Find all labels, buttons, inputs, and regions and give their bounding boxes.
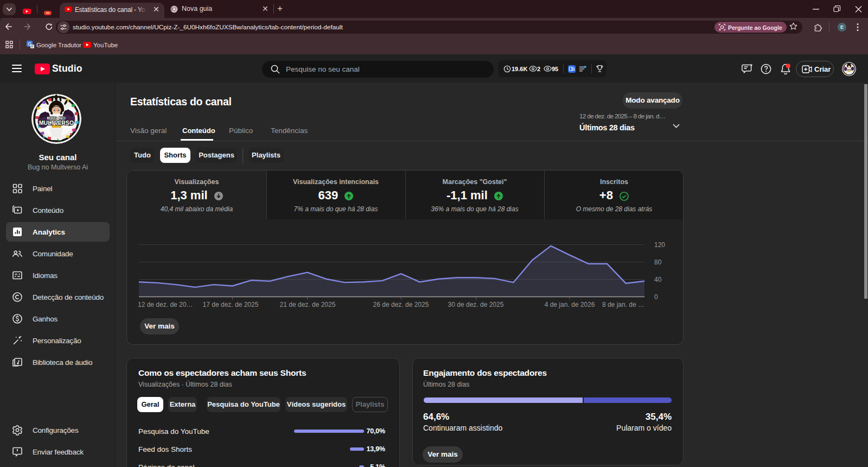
- svg-text:17 de dez. de 2025: 17 de dez. de 2025: [203, 301, 259, 308]
- svg-text:26 de dez. de 2025: 26 de dez. de 2025: [373, 301, 429, 308]
- svg-text:40: 40: [654, 276, 662, 283]
- svg-text:12 de dez. de 20…: 12 de dez. de 20…: [138, 301, 193, 308]
- svg-text:30 de dez. de 2025: 30 de dez. de 2025: [448, 301, 504, 308]
- svg-text:0: 0: [654, 293, 658, 301]
- svg-text:80: 80: [654, 258, 662, 266]
- svg-text:4 de jan. de 2026: 4 de jan. de 2026: [545, 301, 595, 308]
- svg-text:8 de jan. de …: 8 de jan. de …: [602, 301, 644, 308]
- svg-text:120: 120: [654, 241, 665, 249]
- svg-text:21 de dez. de 2025: 21 de dez. de 2025: [280, 301, 336, 308]
